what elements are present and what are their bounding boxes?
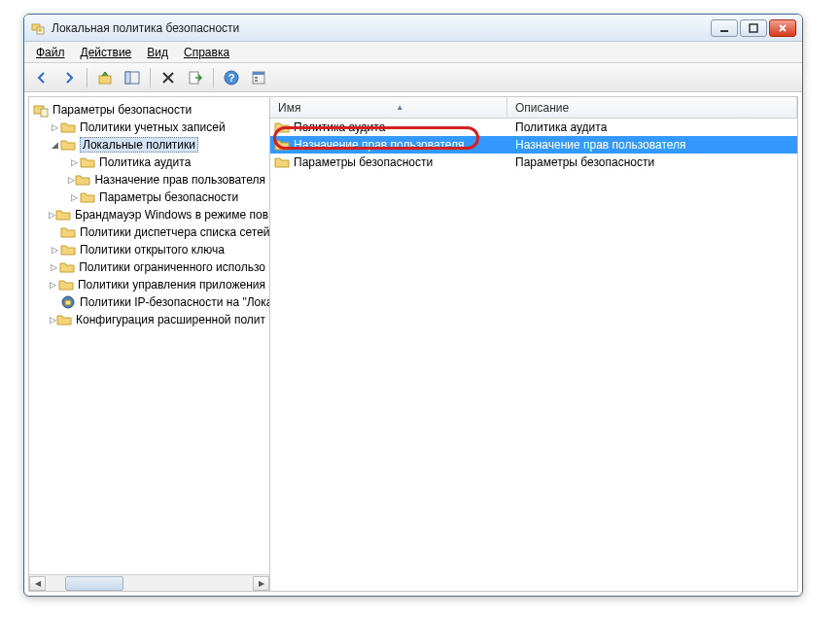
toolbar-separator — [150, 68, 151, 87]
expand-icon[interactable]: ▷ — [49, 121, 60, 133]
svg-rect-3 — [720, 30, 728, 32]
export-button[interactable] — [184, 66, 207, 89]
list-pane: Имя ▲ Описание Политика аудита Политика … — [270, 97, 797, 591]
svg-rect-18 — [65, 300, 71, 305]
svg-rect-4 — [750, 24, 757, 32]
app-icon — [30, 20, 46, 36]
sort-ascending-icon: ▲ — [396, 103, 403, 112]
menubar: Файл Действие Вид Справка — [24, 42, 802, 63]
delete-button[interactable] — [157, 66, 180, 89]
minimize-button[interactable] — [711, 19, 738, 37]
menu-action[interactable]: Действие — [73, 44, 140, 61]
folder-icon — [60, 224, 76, 240]
expand-icon[interactable]: ▷ — [49, 314, 56, 326]
show-hide-tree-button[interactable] — [121, 66, 144, 89]
svg-point-2 — [38, 28, 42, 32]
svg-rect-16 — [41, 109, 48, 117]
tree-adv-audit[interactable]: ▷ Конфигурация расширенной полит — [29, 311, 269, 328]
expand-icon[interactable]: ▷ — [49, 244, 60, 256]
tree-netlist[interactable]: Политики диспетчера списка сетей — [29, 223, 269, 241]
scroll-thumb[interactable] — [65, 576, 123, 591]
expand-icon[interactable]: ▷ — [68, 191, 80, 203]
tree-audit-policy[interactable]: ▷ Политика аудита — [29, 154, 269, 171]
folder-icon — [274, 154, 290, 170]
window-controls — [711, 19, 796, 37]
tree-public-key[interactable]: ▷ Политики открытого ключа — [29, 241, 269, 258]
toolbar: ? — [24, 63, 802, 92]
menu-help[interactable]: Справка — [176, 44, 237, 61]
tree-pane[interactable]: Параметры безопасности ▷ Политики учетны… — [29, 97, 270, 591]
window-title: Локальная политика безопасности — [52, 21, 711, 35]
folder-icon — [58, 277, 74, 292]
tree: Параметры безопасности ▷ Политики учетны… — [29, 101, 269, 328]
content-area: Параметры безопасности ▷ Политики учетны… — [28, 96, 798, 592]
maximize-button[interactable] — [740, 19, 767, 37]
toolbar-separator — [213, 68, 214, 87]
expand-icon[interactable]: ▷ — [49, 261, 59, 273]
scroll-left-button[interactable]: ◀ — [29, 576, 46, 591]
list-row[interactable]: Назначение прав пользователя Назначение … — [270, 136, 797, 154]
close-button[interactable] — [769, 19, 796, 37]
svg-text:?: ? — [228, 72, 235, 84]
tree-ipsec[interactable]: Политики IP-безопасности на "Лока — [29, 293, 269, 311]
titlebar[interactable]: Локальная политика безопасности — [24, 15, 802, 42]
scroll-right-button[interactable]: ▶ — [253, 576, 269, 591]
folder-icon — [60, 242, 76, 258]
list-body[interactable]: Политика аудита Политика аудита Назначен… — [270, 119, 797, 591]
tree-local-policies[interactable]: ◢ Локальные политики — [29, 136, 269, 154]
expand-icon[interactable]: ▷ — [68, 156, 80, 168]
toolbar-separator — [87, 68, 88, 87]
svg-rect-12 — [253, 72, 264, 75]
expand-icon[interactable]: ▷ — [68, 174, 75, 186]
tree-root[interactable]: Параметры безопасности — [29, 101, 269, 119]
svg-rect-13 — [255, 77, 258, 79]
ipsec-icon — [60, 294, 76, 310]
column-header-name[interactable]: Имя ▲ — [270, 97, 508, 118]
tree-user-rights[interactable]: ▷ Назначение прав пользователя — [29, 171, 269, 189]
up-button[interactable] — [93, 66, 117, 89]
svg-rect-14 — [255, 80, 258, 82]
list-row[interactable]: Параметры безопасности Параметры безопас… — [270, 154, 797, 171]
tree-firewall[interactable]: ▷ Брандмауэр Windows в режиме пов — [29, 206, 269, 223]
folder-icon — [59, 259, 75, 275]
expand-icon[interactable]: ▷ — [49, 279, 58, 291]
collapse-icon[interactable]: ◢ — [49, 139, 60, 151]
svg-rect-7 — [125, 72, 130, 84]
properties-button[interactable] — [247, 66, 270, 89]
help-button[interactable]: ? — [220, 66, 243, 89]
tree-app-control[interactable]: ▷ Политики управления приложения — [29, 276, 269, 293]
menu-view[interactable]: Вид — [139, 44, 176, 61]
tree-account-policies[interactable]: ▷ Политики учетных записей — [29, 119, 269, 136]
folder-icon — [274, 120, 290, 135]
folder-icon — [75, 172, 90, 188]
tree-horizontal-scrollbar[interactable]: ◀ ▶ — [29, 574, 269, 591]
svg-rect-5 — [99, 76, 111, 84]
main-window: Локальная политика безопасности Файл Дей… — [23, 14, 803, 597]
tree-security-options[interactable]: ▷ Параметры безопасности — [29, 189, 269, 206]
list-header: Имя ▲ Описание — [270, 97, 797, 119]
folder-icon — [60, 137, 76, 153]
folder-icon — [56, 312, 72, 327]
folder-icon — [60, 120, 76, 135]
forward-button[interactable] — [57, 66, 81, 89]
menu-file[interactable]: Файл — [28, 44, 73, 61]
list-row[interactable]: Политика аудита Политика аудита — [270, 119, 797, 136]
folder-icon — [55, 207, 71, 223]
folder-icon — [80, 154, 95, 170]
back-button[interactable] — [30, 66, 53, 89]
tree-soft-restrict[interactable]: ▷ Политики ограниченного использо — [29, 258, 269, 276]
expand-icon[interactable]: ▷ — [49, 209, 55, 221]
security-root-icon — [33, 102, 49, 118]
folder-icon — [274, 137, 290, 153]
folder-icon — [80, 189, 95, 205]
column-header-description[interactable]: Описание — [508, 97, 797, 118]
